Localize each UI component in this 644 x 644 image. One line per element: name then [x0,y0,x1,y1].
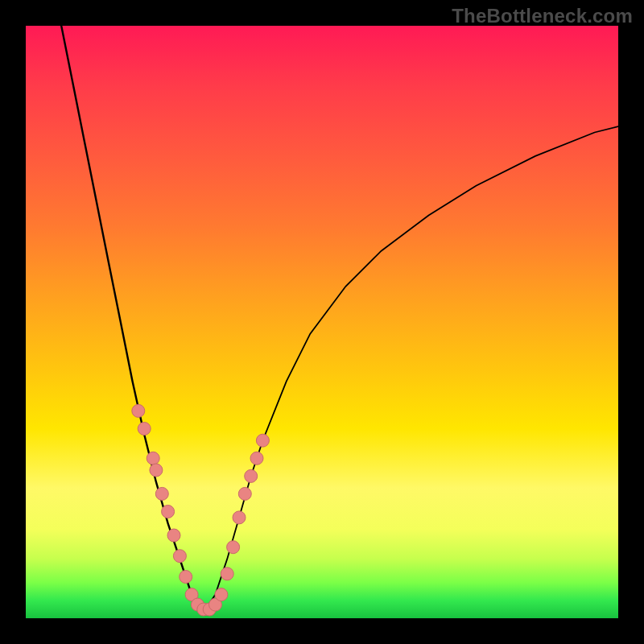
data-marker [233,511,246,524]
data-marker [147,452,159,464]
data-marker [227,541,240,554]
data-marker [215,588,228,601]
curve-left-path [61,26,204,613]
data-marker [155,487,168,500]
watermark-text: TheBottleneck.com [452,5,633,27]
data-marker [180,571,192,584]
marker-group [132,404,270,616]
data-marker [138,423,151,436]
data-marker [250,452,263,464]
data-marker [173,550,186,563]
data-marker [150,464,163,477]
data-marker [167,529,180,542]
data-marker [162,506,175,518]
data-marker [132,404,145,417]
data-marker [238,487,251,500]
plot-area [26,26,618,618]
data-marker [221,568,233,580]
data-marker [245,469,258,482]
chart-svg [26,26,618,618]
curve-right-path [204,126,618,613]
chart-stage: TheBottleneck.com [0,0,644,644]
data-marker [256,434,269,447]
